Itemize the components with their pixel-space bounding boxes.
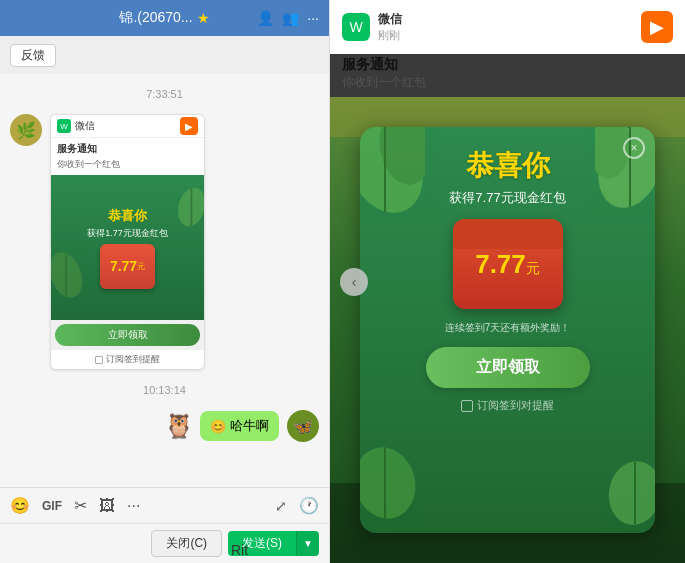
overlay-card: × 恭喜你 获得7.77元现金红包 7.77 元 连续签到7天还有额外奖励！ 立… — [360, 127, 655, 533]
svg-point-2 — [174, 185, 204, 229]
send-dropdown-button[interactable]: ▼ — [296, 531, 319, 556]
chat-title: 锦.(20670... — [119, 9, 192, 27]
right-bg: × 恭喜你 获得7.77元现金红包 7.77 元 连续签到7天还有额外奖励！ 立… — [330, 97, 685, 563]
card-checkbox-row: 订阅签到对提醒 — [461, 398, 554, 413]
leaf-bottom-right-icon — [605, 458, 655, 528]
mini-btn-row: 立即领取 — [51, 320, 204, 350]
bottom-toolbar: 😊 GIF ✂ 🖼 ··· ⤢ 🕐 — [0, 487, 329, 523]
svg-point-0 — [51, 250, 86, 300]
mini-orange-badge: ▶ — [180, 117, 198, 135]
chat-area: 7:33:51 🌿 W 微信 刚刚 ▶ 服务通知 你收到一个红包 — [0, 74, 329, 487]
mini-checkbox-label: 订阅签到提醒 — [106, 353, 160, 366]
message-left-card: 🌿 W 微信 刚刚 ▶ 服务通知 你收到一个红包 — [10, 114, 319, 370]
right-panel: W 微信 刚刚 ▶ 服务通知 你收到一个红包 — [330, 0, 685, 563]
mini-amount: 7.77 — [110, 259, 137, 273]
left-panel: 锦.(20670... ★ 👤 👥 ··· 反馈 7:33:51 🌿 W 微信 … — [0, 0, 330, 563]
right-orange-badge: ▶ — [641, 11, 673, 43]
leaf-top-left-icon — [360, 127, 425, 217]
right-time: 刚刚 — [378, 28, 402, 43]
big-yuan: 元 — [526, 260, 540, 278]
emoji-icon: 😊 — [210, 419, 226, 434]
mini-wechat-icon: W — [57, 119, 71, 133]
expand-icon[interactable]: ⤢ — [275, 498, 287, 514]
emoji-toolbar-icon[interactable]: 😊 — [10, 496, 30, 515]
users-icon[interactable]: 👥 — [282, 10, 299, 26]
message-right: 🦉 😊 哈牛啊 🦋 — [10, 410, 319, 442]
big-amount: 7.77 — [475, 249, 526, 280]
mini-checkbox[interactable] — [95, 356, 103, 364]
right-top-bar: W 微信 刚刚 ▶ — [330, 0, 685, 54]
close-button[interactable]: 关闭(C) — [151, 530, 222, 557]
mini-card[interactable]: W 微信 刚刚 ▶ 服务通知 你收到一个红包 — [50, 114, 205, 370]
sticker-right: 🦉 — [164, 412, 194, 440]
bottom-text: Rit — [231, 542, 248, 558]
avatar-left: 🌿 — [10, 114, 42, 146]
leaf-bottom-left-icon — [360, 443, 420, 523]
mini-checkbox-row: 订阅签到提醒 — [51, 350, 204, 369]
more-toolbar-icon[interactable]: ··· — [127, 497, 140, 515]
timestamp-first: 7:33:51 — [10, 88, 319, 100]
avatar-right: 🦋 — [287, 410, 319, 442]
reply-button[interactable]: 反馈 — [10, 44, 56, 67]
right-sender: 微信 — [378, 11, 402, 28]
scissors-toolbar-icon[interactable]: ✂ — [74, 496, 87, 515]
timestamp-second: 10:13:14 — [10, 384, 319, 396]
mini-leaf-right-icon — [174, 185, 204, 230]
card-note: 连续签到7天还有额外奖励！ — [425, 321, 591, 335]
card-close-button[interactable]: × — [623, 137, 645, 159]
mini-collect-button[interactable]: 立即领取 — [55, 324, 200, 346]
mini-leaf-left-icon — [51, 250, 86, 300]
action-bar: 关闭(C) 发送(S) ▼ — [0, 523, 329, 563]
right-wechat-icon: W — [342, 13, 370, 41]
big-envelope: 7.77 元 — [453, 219, 563, 309]
photo-toolbar-icon[interactable]: 🖼 — [99, 497, 115, 515]
user-icon[interactable]: 👤 — [257, 10, 274, 26]
card-amount-line: 获得7.77元现金红包 — [449, 189, 565, 207]
card-collect-button[interactable]: 立即领取 — [426, 347, 590, 388]
right-orange-icon: ▶ — [650, 16, 664, 38]
more-icon[interactable]: ··· — [307, 10, 319, 26]
gif-toolbar-icon[interactable]: GIF — [42, 499, 62, 513]
emoji-text: 哈牛啊 — [230, 417, 269, 435]
svg-point-10 — [360, 443, 420, 523]
card-congrats-text: 恭喜你 — [466, 147, 550, 185]
svg-point-12 — [605, 458, 655, 528]
mini-congrats-text: 恭喜你 — [108, 207, 147, 225]
chevron-left-icon: ‹ — [352, 274, 357, 290]
right-top-info: 微信 刚刚 — [378, 11, 402, 43]
header-icons: 👤 👥 ··· — [257, 10, 319, 26]
star-icon: ★ — [197, 10, 210, 26]
mini-amount-text: 获得1.77元现金红包 — [87, 227, 168, 240]
clock-icon[interactable]: 🕐 — [299, 496, 319, 515]
close-x-icon: × — [630, 141, 637, 155]
mini-image-area: 恭喜你 获得1.77元现金红包 7.77 元 — [51, 175, 204, 320]
mini-envelope: 7.77 元 — [100, 244, 155, 289]
mini-service-sub: 你收到一个红包 — [51, 158, 204, 175]
left-toolbar: 反馈 — [0, 36, 329, 74]
emoji-bubble: 😊 哈牛啊 — [200, 411, 279, 441]
chat-header: 锦.(20670... ★ 👤 👥 ··· — [0, 0, 329, 36]
card-checkbox[interactable] — [461, 400, 473, 412]
right-service-sub: 你收到一个红包 — [330, 74, 685, 97]
mini-service-title: 服务通知 — [51, 138, 204, 158]
nav-arrow-left[interactable]: ‹ — [340, 268, 368, 296]
right-service-title: 服务通知 — [330, 54, 685, 74]
mini-card-header: W 微信 刚刚 ▶ — [51, 115, 204, 138]
envelope-amount-group: 7.77 元 — [475, 249, 540, 280]
card-checkbox-label: 订阅签到对提醒 — [477, 398, 554, 413]
envelope-flap — [453, 219, 563, 249]
mini-card-sender: 微信 — [75, 119, 176, 133]
mini-yuan: 元 — [137, 261, 145, 272]
